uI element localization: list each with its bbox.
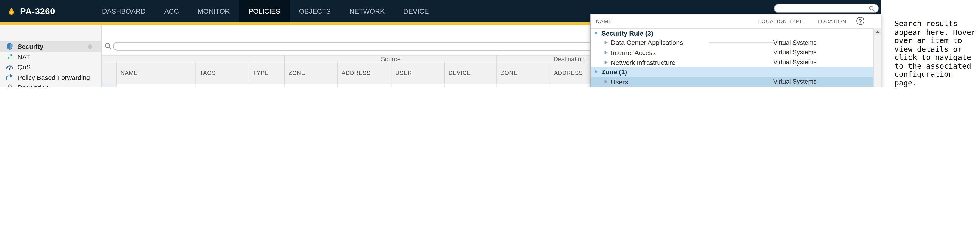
sidebar-item-decryption[interactable]: Decryption: [0, 83, 101, 87]
nav-item-objects[interactable]: OBJECTS: [290, 0, 340, 22]
sidebar-item-policy-based-forwarding[interactable]: Policy Based Forwarding: [0, 72, 101, 83]
global-search[interactable]: [774, 4, 879, 13]
location-type-value: Virtual Systems: [773, 49, 816, 56]
column-header-rownum: [102, 62, 117, 84]
column-header-type[interactable]: TYPE: [249, 62, 285, 84]
cell-src-device: any: [445, 84, 497, 87]
forwarding-icon: [6, 73, 14, 81]
column-header-src-device[interactable]: DEVICE: [445, 62, 497, 84]
chevron-right-icon[interactable]: [605, 41, 608, 44]
nav-item-network[interactable]: NETWORK: [340, 0, 394, 22]
cell-src-zone: any: [285, 84, 338, 87]
annotation-search-results: Search results appear here. Hover over a…: [894, 20, 978, 87]
nav-item-policies[interactable]: POLICIES: [239, 0, 290, 22]
sidebar-item-security[interactable]: Security: [0, 41, 101, 52]
column-header-src-address[interactable]: ADDRESS: [338, 62, 391, 84]
panel-header: NAME LOCATION TYPE LOCATION ?: [591, 14, 881, 29]
panel-results-list: Security Rule (3) Data Center Applicatio…: [591, 28, 874, 87]
chevron-right-icon[interactable]: [595, 31, 598, 35]
hover-connector-line: [709, 43, 773, 43]
panel-column-location-type[interactable]: LOCATION TYPE: [758, 18, 803, 24]
cell-dst-zone: any: [497, 84, 550, 87]
device-name: PA-3260: [20, 6, 55, 16]
search-icon[interactable]: [869, 5, 875, 11]
main-nav: DASHBOARD ACC MONITOR POLICIES OBJECTS N…: [93, 0, 438, 22]
result-group-security-rule[interactable]: Security Rule (3): [591, 28, 874, 38]
sidebar-item-label: Policy Based Forwarding: [18, 73, 90, 81]
nav-item-device[interactable]: DEVICE: [394, 0, 438, 22]
help-icon[interactable]: ?: [856, 17, 864, 25]
sidebar-item-label: QoS: [18, 63, 31, 70]
cell-type[interactable]: universal: [249, 84, 285, 87]
sidebar-item-label: Decryption: [18, 84, 49, 87]
sidebar: Security NAT QoS Policy Based Forwarding…: [0, 25, 102, 87]
cell-tags: none: [196, 84, 249, 87]
lock-icon: [6, 83, 14, 87]
stage: PA-3260 DASHBOARD ACC MONITOR POLICIES O…: [0, 0, 980, 87]
search-results-panel: NAME LOCATION TYPE LOCATION ? Security R…: [590, 14, 881, 87]
nav-item-dashboard[interactable]: DASHBOARD: [93, 0, 155, 22]
column-header-dst-zone[interactable]: ZONE: [497, 62, 550, 84]
result-item-data-center-applications[interactable]: Data Center Applications Virtual Systems: [591, 38, 874, 48]
result-item-users[interactable]: Users Virtual Systems: [591, 77, 874, 86]
global-search-input[interactable]: [775, 5, 869, 13]
cell-name: Access to web servers: [117, 84, 196, 87]
row-number[interactable]: 1: [102, 84, 117, 87]
location-type-value: Virtual Systems: [773, 78, 816, 85]
scroll-up-button[interactable]: [874, 28, 881, 35]
group-header-source: Source: [285, 55, 497, 62]
palo-alto-logo-icon: [7, 5, 16, 17]
sidebar-item-nat[interactable]: NAT: [0, 52, 101, 62]
column-header-tags[interactable]: TAGS: [196, 62, 249, 84]
result-group-zone[interactable]: Zone (1): [591, 67, 874, 77]
scrollbar[interactable]: [873, 28, 881, 87]
panel-column-location[interactable]: LOCATION: [818, 18, 846, 24]
panel-column-name[interactable]: NAME: [596, 18, 612, 24]
qos-gauge-icon: [6, 63, 14, 71]
sidebar-item-label: NAT: [18, 53, 30, 60]
column-header-src-user[interactable]: USER: [392, 62, 445, 84]
result-item-network-infrastructure[interactable]: Network Infrastructure Virtual Systems: [591, 57, 874, 67]
sidebar-item-qos[interactable]: QoS: [0, 62, 101, 72]
security-shield-icon: [6, 42, 14, 50]
cell-src-user: any: [392, 84, 445, 87]
nat-icon: [6, 53, 14, 61]
chevron-right-icon[interactable]: [605, 51, 608, 54]
location-type-value: Virtual Systems: [773, 59, 816, 66]
group-header-blank: [102, 55, 285, 62]
result-item-internet-access[interactable]: Internet Access Virtual Systems: [591, 48, 874, 57]
brand: PA-3260: [0, 5, 68, 17]
filter-search-icon[interactable]: [104, 43, 112, 50]
chevron-right-icon[interactable]: [595, 70, 598, 74]
chevron-right-icon[interactable]: [605, 80, 608, 83]
cell-src-address: any: [338, 84, 391, 87]
nav-item-monitor[interactable]: MONITOR: [188, 0, 239, 22]
chevron-right-icon[interactable]: [605, 60, 608, 64]
location-type-value: Virtual Systems: [773, 39, 816, 46]
column-header-src-zone[interactable]: ZONE: [285, 62, 338, 84]
column-header-name[interactable]: NAME: [117, 62, 196, 84]
nav-item-acc[interactable]: ACC: [155, 0, 188, 22]
sidebar-item-label: Security: [18, 43, 43, 50]
drag-handle[interactable]: [88, 44, 92, 49]
